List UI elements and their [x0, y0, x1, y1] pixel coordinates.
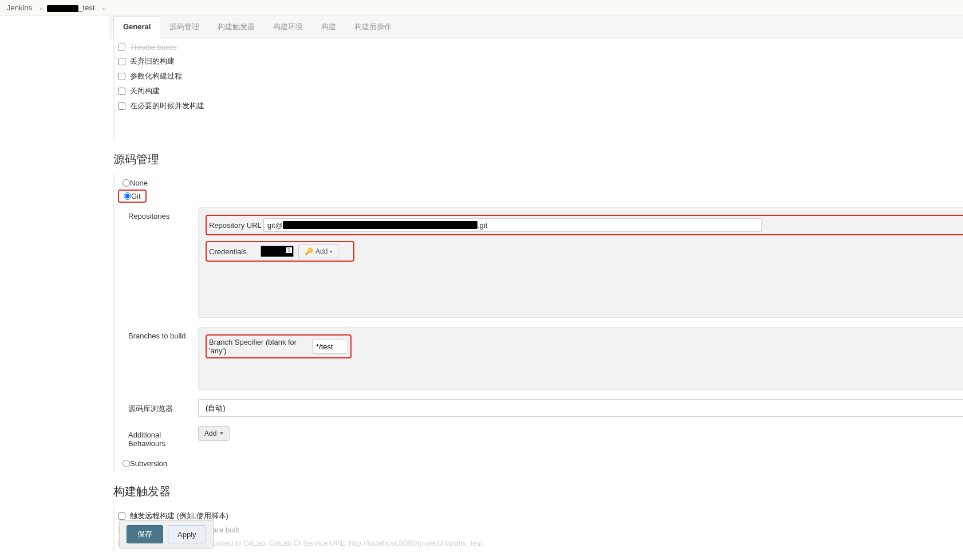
repositories-label: Repositories	[118, 207, 198, 318]
trigger-remote-checkbox[interactable]	[118, 512, 125, 520]
chevron-down-icon	[220, 432, 223, 435]
discard-checkbox[interactable]	[118, 58, 125, 65]
triggers-section-title: 构建触发器	[109, 472, 963, 506]
disable-checkbox[interactable]	[118, 88, 125, 95]
repo-browser-label: 源码库浏览器	[118, 399, 198, 417]
throttle-label: Throttle builds	[130, 43, 177, 52]
parameterized-label: 参数化构建过程	[130, 71, 182, 81]
redacted-text	[283, 221, 477, 229]
branch-specifier-input[interactable]	[312, 340, 348, 354]
scm-section-title: 源码管理	[109, 140, 963, 174]
throttle-checkbox[interactable]	[118, 44, 125, 51]
behaviours-label: Additional Behaviours	[118, 426, 198, 448]
scm-git-radio[interactable]	[124, 192, 131, 200]
tab-triggers[interactable]: 构建触发器	[208, 16, 264, 38]
breadcrumb: Jenkins ▸ _test ▸	[0, 0, 963, 16]
key-icon: 🔑	[305, 247, 313, 255]
branches-body: X ? Branch Specifier (blank for 'any') A…	[198, 327, 963, 390]
breadcrumb-sep-icon: ▸	[40, 5, 43, 11]
parameterized-checkbox[interactable]	[118, 73, 125, 80]
behaviours-add-button[interactable]: Add	[198, 426, 230, 441]
concurrent-label: 在必要的时候并发构建	[130, 101, 204, 111]
scm-git-label: Git	[131, 192, 141, 200]
scm-subversion-label: Subversion	[130, 459, 167, 468]
breadcrumb-job[interactable]: _test	[47, 3, 94, 12]
scm-subversion-radio[interactable]	[123, 460, 130, 467]
credentials-label: Credentials	[209, 247, 261, 256]
credentials-select[interactable]	[261, 246, 294, 257]
tab-post[interactable]: 构建后操作	[345, 16, 401, 38]
save-button[interactable]: 保存	[127, 525, 163, 543]
scm-none-label: None	[130, 179, 148, 187]
branch-specifier-label: Branch Specifier (blank for 'any')	[209, 338, 312, 355]
discard-label: 丢弃旧的构建	[130, 56, 175, 66]
tab-env[interactable]: 构建环境	[264, 16, 312, 38]
breadcrumb-sep-icon: ▸	[102, 5, 105, 11]
tab-build[interactable]: 构建	[312, 16, 345, 38]
breadcrumb-root[interactable]: Jenkins	[7, 3, 32, 12]
repo-browser-select[interactable]: (自动)	[198, 399, 963, 417]
apply-button[interactable]: Apply	[168, 525, 206, 543]
repo-url-input[interactable]: git@ .git	[263, 218, 761, 232]
config-tabs: General 源码管理 构建触发器 构建环境 构建 构建后操作	[109, 16, 963, 38]
repo-url-label: Repository URL	[209, 221, 263, 230]
credentials-add-button[interactable]: 🔑 Add▾	[298, 244, 338, 258]
branches-label: Branches to build	[118, 327, 198, 390]
tab-scm[interactable]: 源码管理	[160, 16, 208, 38]
concurrent-checkbox[interactable]	[118, 102, 125, 110]
tab-general[interactable]: General	[113, 16, 160, 38]
disable-label: 关闭构建	[130, 86, 160, 96]
redacted-text	[47, 5, 78, 12]
scm-none-radio[interactable]	[123, 179, 130, 187]
save-bar: 保存 Apply	[119, 520, 214, 549]
repositories-body: ? Repository URL git@ .git ?	[198, 207, 963, 318]
